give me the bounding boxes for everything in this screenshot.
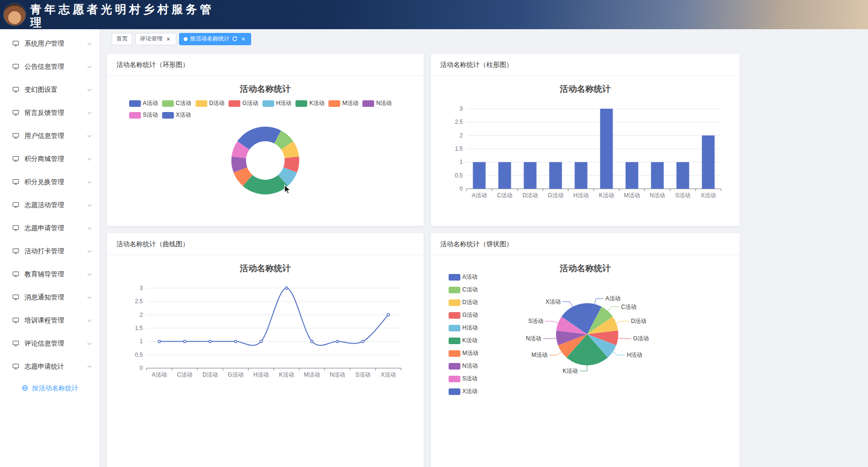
monitor-icon xyxy=(12,63,20,71)
chevron-down-icon xyxy=(87,65,92,68)
chevron-down-icon xyxy=(87,135,92,137)
y-axis-label: 2.5 xyxy=(455,119,463,125)
sidebar-item-0[interactable]: 系统用户管理 xyxy=(0,32,99,55)
legend-item[interactable]: S活动 xyxy=(449,375,478,383)
legend-item[interactable]: H活动 xyxy=(262,99,292,107)
sidebar-item-label: 培训课程管理 xyxy=(25,316,87,325)
chevron-down-icon xyxy=(87,112,92,114)
label-line xyxy=(608,307,619,311)
close-icon[interactable]: × xyxy=(240,36,246,42)
legend-item[interactable]: N活动 xyxy=(449,362,478,370)
y-axis-label: 3 xyxy=(459,105,463,112)
legend-item[interactable]: S活动 xyxy=(129,111,158,119)
bar xyxy=(651,162,664,189)
y-axis-label: 0 xyxy=(139,365,143,371)
label-line xyxy=(595,298,604,304)
tab-0[interactable]: 首页 xyxy=(112,33,132,45)
card-doughnut-chart: 活动名称统计（环形图） 活动名称统计 A活动C活动D活动G活动H活动K活动M活动… xyxy=(107,54,424,226)
bar xyxy=(702,136,715,189)
avatar[interactable] xyxy=(4,4,25,25)
sidebar-item-14[interactable]: 志愿申请统计 xyxy=(0,355,99,378)
sidebar-item-9[interactable]: 活动打卡管理 xyxy=(0,240,99,263)
tab-label: 首页 xyxy=(116,35,128,43)
sidebar-item-8[interactable]: 志愿申请管理 xyxy=(0,217,99,240)
chevron-down-icon xyxy=(87,42,92,45)
chevron-down-icon xyxy=(87,296,92,299)
sidebar-item-label: 志愿申请统计 xyxy=(25,362,87,371)
data-point xyxy=(387,314,389,316)
x-axis-label: G活动 xyxy=(228,371,243,378)
sidebar-item-3[interactable]: 留言反馈管理 xyxy=(0,101,99,124)
bar xyxy=(677,162,689,189)
sidebar-item-label: 教育辅导管理 xyxy=(25,270,87,279)
sidebar-item-1[interactable]: 公告信息管理 xyxy=(0,55,99,78)
legend-item[interactable]: D活动 xyxy=(449,298,478,306)
sidebar-item-label: 积分兑换管理 xyxy=(25,178,87,186)
legend-item[interactable]: C活动 xyxy=(449,286,478,294)
sidebar-item-label: 用户信息管理 xyxy=(25,132,87,140)
legend-item[interactable]: K活动 xyxy=(295,99,324,107)
legend-label: S活动 xyxy=(143,111,158,119)
x-axis-label: S活动 xyxy=(355,371,370,378)
monitor-icon xyxy=(12,40,20,48)
legend-swatch xyxy=(449,363,460,370)
data-point xyxy=(260,340,262,343)
legend-item[interactable]: M活动 xyxy=(449,349,478,357)
legend-swatch xyxy=(162,100,174,107)
sidebar: 系统用户管理公告信息管理变幻图设置留言反馈管理用户信息管理积分商城管理积分兑换管… xyxy=(0,29,100,467)
sidebar-item-11[interactable]: 消息通知管理 xyxy=(0,286,99,309)
bar xyxy=(499,162,511,189)
tab-label: 按活动名称统计 xyxy=(190,35,229,43)
monitor-icon xyxy=(12,340,20,347)
y-axis-label: 2 xyxy=(139,312,143,318)
x-axis-label: C活动 xyxy=(177,371,193,378)
card-header: 活动名称统计（曲线图） xyxy=(107,233,424,255)
line-chart: 00.511.522.53A活动C活动D活动G活动H活动K活动M活动N活动S活动… xyxy=(119,280,411,398)
tab-1[interactable]: 评论管理× xyxy=(135,33,176,45)
legend-swatch xyxy=(449,287,460,293)
legend-item[interactable]: H活动 xyxy=(449,324,478,332)
legend-swatch xyxy=(229,100,240,107)
legend-item[interactable]: X活动 xyxy=(449,387,478,395)
legend-swatch xyxy=(449,388,460,395)
legend-item[interactable]: A活动 xyxy=(449,273,478,281)
sidebar-item-6[interactable]: 积分兑换管理 xyxy=(0,170,99,193)
line-series xyxy=(159,288,388,346)
sidebar-item-4[interactable]: 用户信息管理 xyxy=(0,124,99,147)
sidebar-item-label: 消息通知管理 xyxy=(25,293,87,302)
y-axis-label: 2 xyxy=(459,132,463,139)
sidebar-item-2[interactable]: 变幻图设置 xyxy=(0,78,99,101)
sidebar-item-13[interactable]: 评论信息管理 xyxy=(0,332,99,355)
legend-item[interactable]: A活动 xyxy=(129,99,158,107)
tab-2[interactable]: 按活动名称统计× xyxy=(179,33,251,45)
sidebar-item-5[interactable]: 积分商城管理 xyxy=(0,147,99,170)
legend-item[interactable]: M活动 xyxy=(328,99,358,107)
refresh-icon[interactable] xyxy=(232,36,237,42)
legend-label: C活动 xyxy=(176,99,191,107)
legend-item[interactable]: K活动 xyxy=(449,337,478,345)
legend-item[interactable]: G活动 xyxy=(449,311,478,319)
main-content: 首页评论管理×按活动名称统计× 活动名称统计（环形图） 活动名称统计 A活动C活… xyxy=(100,29,868,467)
chart-title: 活动名称统计 xyxy=(107,83,424,95)
legend-item[interactable]: G活动 xyxy=(229,99,258,107)
pie-label: X活动 xyxy=(546,298,561,305)
legend-item[interactable]: C活动 xyxy=(162,99,191,107)
legend-label: D活动 xyxy=(462,298,478,306)
x-axis-label: N活动 xyxy=(330,371,345,378)
close-icon[interactable]: × xyxy=(165,36,172,42)
sidebar-item-7[interactable]: 志愿活动管理 xyxy=(0,193,99,217)
sidebar-item-10[interactable]: 教育辅导管理 xyxy=(0,263,99,286)
chevron-down-icon xyxy=(87,319,92,322)
legend-item[interactable]: X活动 xyxy=(162,111,191,119)
data-point xyxy=(336,340,338,343)
monitor-icon xyxy=(12,109,20,117)
chevron-up-icon xyxy=(87,365,92,368)
x-axis-label: G活动 xyxy=(548,192,563,199)
legend-swatch xyxy=(129,100,141,107)
legend-item[interactable]: N活动 xyxy=(362,99,392,107)
x-axis-label: X活动 xyxy=(381,371,396,378)
sidebar-subitem-activity-name-stats[interactable]: 按活动名称统计 xyxy=(0,378,99,399)
sidebar-item-12[interactable]: 培训课程管理 xyxy=(0,309,99,332)
legend-item[interactable]: D活动 xyxy=(196,99,225,107)
legend-swatch xyxy=(129,112,141,119)
